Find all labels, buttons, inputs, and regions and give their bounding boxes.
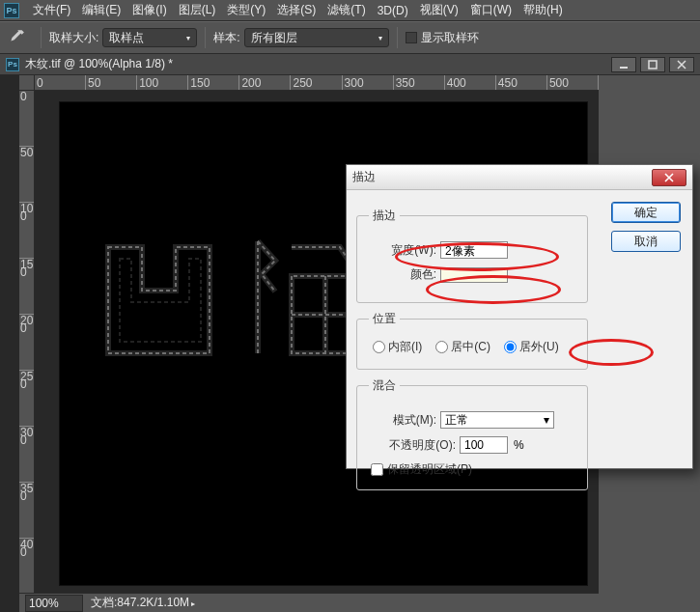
doc-icon: Ps bbox=[6, 58, 19, 71]
menu-bar: Ps 文件(F) 编辑(E) 图像(I) 图层(L) 类型(Y) 选择(S) 滤… bbox=[0, 0, 700, 21]
sample-size-label: 取样大小: bbox=[49, 30, 98, 46]
ruler-corner bbox=[19, 75, 35, 91]
document-title[interactable]: 木纹.tif @ 100%(Alpha 1/8) * bbox=[25, 56, 607, 72]
status-bar: 100% 文档:847.2K/1.10M▸ bbox=[19, 593, 599, 612]
sample-value: 所有图层 bbox=[251, 30, 297, 46]
color-swatch[interactable] bbox=[440, 267, 508, 283]
sample-dropdown[interactable]: 所有图层▾ bbox=[244, 28, 389, 47]
preserve-transparency-label: 保留透明区域(P) bbox=[387, 461, 472, 478]
sample-label: 样本: bbox=[213, 30, 239, 46]
dialog-body: 确定 取消 描边 宽度(W): 2像素 颜色: 位置 内部(I) 居中(C) 居… bbox=[347, 190, 692, 508]
ruler-tick: 400 bbox=[447, 76, 466, 90]
position-outside-radio[interactable]: 居外(U) bbox=[504, 339, 559, 355]
show-ring-checkbox[interactable] bbox=[406, 32, 417, 43]
ruler-tick: 50 bbox=[20, 149, 34, 156]
ruler-tick: 300 bbox=[345, 76, 364, 90]
ruler-tick: 350 bbox=[396, 76, 415, 90]
app-logo: Ps bbox=[4, 3, 19, 18]
menu-view[interactable]: 视图(V) bbox=[414, 0, 464, 20]
width-label: 宽度(W): bbox=[369, 242, 436, 259]
dialog-button-column: 确定 取消 bbox=[611, 202, 681, 252]
opacity-label: 不透明度(O): bbox=[369, 437, 456, 454]
minimize-button[interactable] bbox=[611, 57, 636, 72]
mode-label: 模式(M): bbox=[369, 412, 436, 429]
sample-size-dropdown[interactable]: 取样点▾ bbox=[102, 28, 197, 47]
menu-window[interactable]: 窗口(W) bbox=[464, 0, 518, 20]
mode-value: 正常 bbox=[445, 412, 468, 429]
sample-size-value: 取样点 bbox=[109, 30, 144, 46]
ruler-tick: 250 bbox=[20, 373, 34, 388]
opacity-input[interactable]: 100 bbox=[460, 436, 508, 454]
ruler-tick: 100 bbox=[20, 205, 34, 220]
doc-size-value: 847.2K/1.10M bbox=[117, 596, 189, 609]
ruler-tick: 450 bbox=[498, 76, 518, 90]
menu-file[interactable]: 文件(F) bbox=[27, 0, 76, 20]
opacity-unit: % bbox=[514, 438, 524, 452]
ruler-tick: 100 bbox=[139, 76, 158, 90]
ruler-tick: 0 bbox=[37, 76, 43, 90]
show-ring-label: 显示取样环 bbox=[421, 30, 479, 46]
ruler-tick: 350 bbox=[20, 485, 34, 500]
position-center-radio[interactable]: 居中(C) bbox=[435, 339, 490, 355]
dialog-title: 描边 bbox=[352, 169, 652, 185]
width-input[interactable]: 2像素 bbox=[440, 241, 508, 259]
separator bbox=[41, 27, 42, 48]
stroke-group-label: 描边 bbox=[369, 208, 400, 224]
ruler-tick: 500 bbox=[549, 76, 569, 90]
menu-filter[interactable]: 滤镜(T) bbox=[322, 0, 371, 20]
blend-group-label: 混合 bbox=[369, 377, 400, 394]
options-bar: 取样大小: 取样点▾ 样本: 所有图层▾ 显示取样环 bbox=[0, 21, 700, 54]
dialog-titlebar[interactable]: 描边 bbox=[347, 165, 692, 190]
ruler-tick: 250 bbox=[293, 76, 312, 90]
ruler-tick: 150 bbox=[190, 76, 210, 90]
separator bbox=[397, 27, 398, 48]
horizontal-ruler[interactable]: 0 50 100 150 200 250 300 350 400 450 500 bbox=[35, 75, 599, 91]
dialog-close-button[interactable] bbox=[652, 169, 686, 186]
position-group: 位置 内部(I) 居中(C) 居外(U) bbox=[356, 311, 588, 370]
svg-rect-1 bbox=[649, 61, 657, 69]
chevron-down-icon: ▾ bbox=[378, 34, 382, 42]
eyedropper-icon[interactable] bbox=[8, 29, 25, 46]
position-center-label: 居中(C) bbox=[451, 339, 490, 355]
separator bbox=[205, 27, 206, 48]
ruler-tick: 150 bbox=[20, 261, 34, 276]
doc-size-label: 文档: bbox=[91, 596, 117, 609]
cancel-button[interactable]: 取消 bbox=[611, 231, 681, 252]
preserve-transparency-checkbox[interactable] bbox=[371, 463, 383, 476]
chevron-right-icon: ▸ bbox=[191, 599, 195, 608]
ok-button[interactable]: 确定 bbox=[611, 202, 681, 223]
position-inside-label: 内部(I) bbox=[388, 339, 422, 355]
ruler-tick: 300 bbox=[20, 429, 34, 444]
ruler-tick: 400 bbox=[20, 541, 34, 556]
maximize-button[interactable] bbox=[640, 57, 665, 72]
ruler-tick: 50 bbox=[88, 76, 100, 90]
zoom-field[interactable]: 100% bbox=[25, 595, 83, 612]
close-button[interactable] bbox=[669, 57, 694, 72]
menu-edit[interactable]: 编辑(E) bbox=[76, 0, 126, 20]
position-outside-label: 居外(U) bbox=[519, 339, 559, 355]
selection-characters bbox=[98, 228, 378, 363]
blend-group: 混合 模式(M): 正常 ▾ 不透明度(O): 100 % 保留透明区域(P) bbox=[356, 377, 588, 490]
menu-select[interactable]: 选择(S) bbox=[271, 0, 322, 20]
doc-size-info[interactable]: 文档:847.2K/1.10M▸ bbox=[91, 595, 195, 611]
menu-type[interactable]: 类型(Y) bbox=[221, 0, 271, 20]
mode-dropdown[interactable]: 正常 ▾ bbox=[440, 411, 554, 429]
document-tab-bar: Ps 木纹.tif @ 100%(Alpha 1/8) * bbox=[0, 54, 700, 75]
menu-layer[interactable]: 图层(L) bbox=[173, 0, 222, 20]
menu-image[interactable]: 图像(I) bbox=[126, 0, 172, 20]
ruler-tick: 0 bbox=[20, 93, 34, 100]
menu-help[interactable]: 帮助(H) bbox=[518, 0, 569, 20]
svg-rect-0 bbox=[620, 67, 628, 69]
ruler-tick: 200 bbox=[20, 317, 34, 332]
ruler-tick: 200 bbox=[241, 76, 261, 90]
position-inside-radio[interactable]: 内部(I) bbox=[373, 339, 422, 355]
position-group-label: 位置 bbox=[369, 311, 400, 327]
chevron-down-icon: ▾ bbox=[186, 34, 190, 42]
chevron-down-icon: ▾ bbox=[544, 413, 549, 427]
vertical-ruler[interactable]: 0 50 100 150 200 250 300 350 400 bbox=[19, 91, 35, 612]
stroke-dialog: 描边 确定 取消 描边 宽度(W): 2像素 颜色: 位置 内部(I) 居中(C… bbox=[346, 164, 693, 469]
stroke-group: 描边 宽度(W): 2像素 颜色: bbox=[356, 208, 588, 303]
menu-3d[interactable]: 3D(D) bbox=[372, 2, 414, 19]
color-label: 颜色: bbox=[369, 266, 436, 283]
